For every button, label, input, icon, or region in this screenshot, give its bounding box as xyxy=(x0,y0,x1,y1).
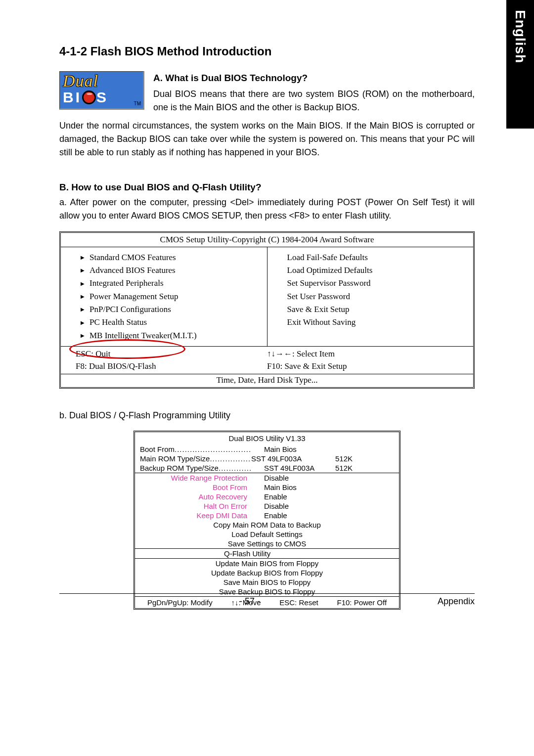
triangle-icon: ▶ xyxy=(81,293,85,301)
qf-action[interactable]: Load Default Settings xyxy=(135,530,399,539)
qf-value: SST 49LF003A xyxy=(251,454,335,463)
page-footer: . - 57 - Appendix xyxy=(59,596,475,607)
qf-info-row: Boot From...............................… xyxy=(135,445,399,454)
qf-setting-value: Disable xyxy=(251,502,335,510)
qf-extra: 512K xyxy=(335,454,353,463)
dots: .......................... xyxy=(219,464,251,472)
language-tab: English xyxy=(506,0,534,129)
cmos-item[interactable]: Load Optimized Defaults xyxy=(287,264,468,277)
qf-setting-row[interactable]: Halt On Error Disable xyxy=(135,501,399,511)
cmos-item-label: Power Management Setup xyxy=(89,290,178,303)
cmos-item-label: Load Optimized Defaults xyxy=(287,264,373,277)
cmos-item-label: Load Fail-Safe Defaults xyxy=(287,251,368,264)
cmos-item[interactable]: Set User Password xyxy=(287,290,468,303)
qf-setting-row[interactable]: Wide Range Protection Disable xyxy=(135,473,399,483)
logo-line2: BI S xyxy=(63,89,140,106)
qf-setting-value: Main Bios xyxy=(251,483,335,491)
qf-action[interactable]: Save Backup BIOS to Floppy xyxy=(135,587,399,596)
qf-value: Main Bios xyxy=(251,445,335,453)
qflash-util-label: Q-Flash Utility xyxy=(135,549,399,558)
cmos-hint: Time, Date, Hard Disk Type... xyxy=(61,374,473,387)
triangle-icon: ▶ xyxy=(81,319,85,327)
cmos-item-label: Exit Without Saving xyxy=(287,316,356,329)
qf-info-row: Main ROM Type/Size......................… xyxy=(135,454,399,463)
qf-label: Backup ROM Type/Size xyxy=(140,464,219,472)
footer-section: Appendix xyxy=(438,596,475,607)
section-b-heading: B. How to use Dual BIOS and Q-Flash Util… xyxy=(59,182,475,193)
triangle-icon: ▶ xyxy=(81,306,85,313)
cmos-item[interactable]: ▶Advanced BIOS Features xyxy=(81,264,261,277)
qf-setting-label: Auto Recovery xyxy=(140,492,251,501)
cmos-item-label: PnP/PCI Configurations xyxy=(89,303,171,316)
cmos-item-label: Advanced BIOS Features xyxy=(89,264,176,277)
qf-setting-label: Boot From xyxy=(140,483,251,491)
cmos-item[interactable]: Exit Without Saving xyxy=(287,316,468,329)
triangle-icon: ▶ xyxy=(81,332,85,340)
cmos-item-label: Integrated Peripherals xyxy=(89,277,164,290)
qf-setting-row[interactable]: Boot From Main Bios xyxy=(135,483,399,492)
cmos-item-label: PC Health Status xyxy=(89,316,147,329)
cmos-item-label: Standard CMOS Features xyxy=(89,251,176,264)
cmos-item[interactable]: ▶Standard CMOS Features xyxy=(81,251,261,264)
page-number: - 57 - xyxy=(239,596,260,607)
cmos-item[interactable]: ▶Power Management Setup xyxy=(81,290,261,303)
logo-pre: BI xyxy=(63,89,82,106)
section-b-p: a. After power on the computer, pressing… xyxy=(59,196,475,222)
intro-p2: Under the normal circumstances, the syst… xyxy=(59,119,475,159)
cmos-item[interactable]: ▶Integrated Peripherals xyxy=(81,277,261,290)
qflash-box: Dual BIOS Utility V1.33 Boot From.......… xyxy=(134,431,400,610)
qf-setting-label: Halt On Error xyxy=(140,502,251,510)
intro-heading: A. What is Dual BIOS Technology? xyxy=(153,71,475,86)
page-content: 4-1-2 Flash BIOS Method Introduction Dua… xyxy=(59,44,475,610)
qf-label: Main ROM Type/Size xyxy=(140,454,210,463)
cmos-item[interactable]: Load Fail-Safe Defaults xyxy=(287,251,468,264)
cmos-setup-box: CMOS Setup Utility-Copyright (C) 1984-20… xyxy=(59,231,475,389)
logo-o-icon xyxy=(82,90,96,104)
qf-setting-row[interactable]: Auto Recovery Enable xyxy=(135,492,399,501)
cmos-item[interactable]: ▶PnP/PCI Configurations xyxy=(81,303,261,316)
dots: .............................. xyxy=(210,454,251,463)
cmos-item[interactable]: ▶PC Health Status xyxy=(81,316,261,329)
qf-action[interactable]: Update Backup BIOS from Floppy xyxy=(135,568,399,578)
qf-setting-row[interactable]: Keep DMI Data Enable xyxy=(135,511,399,520)
key-arrows: ↑↓→←: Select Item xyxy=(267,348,458,360)
highlight-ellipse-icon xyxy=(69,339,185,359)
qf-action[interactable]: Copy Main ROM Data to Backup xyxy=(135,520,399,530)
cmos-left-col: ▶Standard CMOS Features ▶Advanced BIOS F… xyxy=(61,247,267,346)
qf-setting-label: Wide Range Protection xyxy=(140,474,251,482)
qf-action[interactable]: Update Main BIOS from Floppy xyxy=(135,559,399,568)
qf-extra: 512K xyxy=(335,464,353,472)
triangle-icon: ▶ xyxy=(81,280,85,288)
qf-setting-label: Keep DMI Data xyxy=(140,511,251,520)
key-f10: F10: Save & Exit Setup xyxy=(267,360,458,373)
qf-info-row: Backup ROM Type/Size....................… xyxy=(135,463,399,473)
qf-action[interactable]: Save Settings to CMOS xyxy=(135,539,399,548)
qflash-title: Dual BIOS Utility V1.33 xyxy=(135,432,399,445)
logo-line1: Dual xyxy=(63,74,140,89)
qf-setting-value: Enable xyxy=(251,511,335,520)
intro-p1: Dual BIOS means that there are two syste… xyxy=(153,88,475,114)
qf-action[interactable]: Save Main BIOS to Floppy xyxy=(135,578,399,587)
logo-post: S xyxy=(96,89,108,106)
cmos-item-label: Set User Password xyxy=(287,290,351,303)
section-title: 4-1-2 Flash BIOS Method Introduction xyxy=(59,44,475,58)
cmos-item[interactable]: Set Supervisor Password xyxy=(287,277,468,290)
dots: ........................................… xyxy=(175,445,251,453)
qf-value: SST 49LF003A xyxy=(251,464,335,472)
triangle-icon: ▶ xyxy=(81,267,85,274)
dual-bios-logo: Dual BI S TM xyxy=(59,71,144,110)
qf-label: Boot From xyxy=(140,445,175,453)
step-b-text: b. Dual BIOS / Q-Flash Programming Utili… xyxy=(59,410,475,421)
key-f8: F8: Dual BIOS/Q-Flash xyxy=(76,360,267,373)
cmos-item-label: Set Supervisor Password xyxy=(287,277,371,290)
cmos-item-label: Save & Exit Setup xyxy=(287,303,350,316)
cmos-item[interactable]: Save & Exit Setup xyxy=(287,303,468,316)
triangle-icon: ▶ xyxy=(81,254,85,262)
qf-setting-value: Enable xyxy=(251,492,335,501)
qf-setting-value: Disable xyxy=(251,474,335,482)
footer-rule xyxy=(59,593,475,594)
logo-tm: TM xyxy=(134,101,141,106)
cmos-right-col: Load Fail-Safe Defaults Load Optimized D… xyxy=(267,247,474,346)
cmos-title: CMOS Setup Utility-Copyright (C) 1984-20… xyxy=(61,233,473,247)
